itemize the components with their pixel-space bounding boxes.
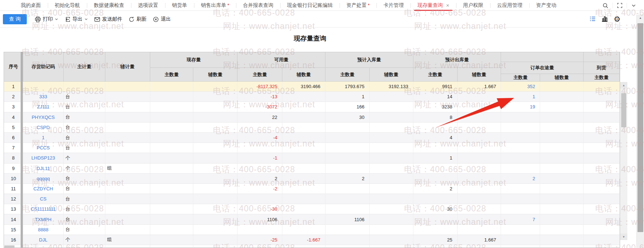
nav-tab-7[interactable]: 合并报表查询: [236, 0, 280, 11]
column-header-主数量[interactable]: 主数量: [413, 68, 458, 82]
nav-tab-11[interactable]: 现存量查询×: [411, 0, 456, 11]
column-header-主数量[interactable]: 主数量: [150, 68, 194, 82]
table-row[interactable]: 4PHYXQCS台22308: [4, 112, 620, 123]
nav-tab-12[interactable]: 用户权限: [456, 0, 490, 11]
scroll-up-icon[interactable]: ▲: [620, 82, 627, 88]
cell-item-code[interactable]: qqqqq: [23, 174, 64, 184]
cell-item-code[interactable]: 1: [23, 133, 64, 143]
table-row[interactable]: 11CZDYCH台-22: [4, 184, 620, 194]
cell-item-code[interactable]: DJL11: [23, 164, 64, 174]
table-row[interactable]: 12CS台: [4, 194, 620, 204]
cell-item-code[interactable]: CS: [23, 194, 64, 204]
toolbar-button-export[interactable]: 导出: [64, 16, 88, 22]
table-row[interactable]: 8LHDSP123个-11: [4, 153, 620, 163]
gear-icon[interactable]: ⚙: [614, 16, 620, 23]
nav-tab-label: 现金银行日记账编辑: [287, 2, 333, 9]
nav-tab-8[interactable]: 现金银行日记账编辑: [280, 0, 340, 11]
cell-item-code[interactable]: 8888: [23, 225, 64, 235]
column-header-主数量[interactable]: 主数量: [325, 68, 370, 82]
column-header-辅数量[interactable]: 辅数量: [458, 68, 501, 82]
fullscreen-icon[interactable]: [613, 3, 627, 8]
column-group-header[interactable]: 预计出库量: [413, 52, 501, 68]
table-row[interactable]: 10qqqqq台222: [4, 174, 620, 184]
cell-value[interactable]: 1: [501, 92, 540, 102]
cell-value: [370, 92, 413, 102]
table-scrollbar-thumb[interactable]: [621, 93, 626, 127]
table-row[interactable]: 16DJL个组-25-1.667251.667: [4, 235, 620, 245]
table-row[interactable]: 14TXMPH台110611067: [4, 214, 620, 224]
search-icon[interactable]: [598, 3, 613, 9]
column-group-header[interactable]: 可用量: [237, 52, 325, 68]
cell-value: [458, 102, 501, 112]
cell-item-code[interactable]: PCCS: [23, 143, 64, 153]
table-row[interactable]: 5CSPD台: [4, 123, 620, 133]
list-view-icon[interactable]: [589, 16, 596, 24]
table-row[interactable]: 61台-44: [4, 133, 620, 143]
column-header-辅数量[interactable]: 辅数量: [540, 74, 584, 82]
column-header-3[interactable]: 主计量: [64, 52, 105, 82]
cell-value: [325, 164, 370, 174]
page-scrollbar-thumb[interactable]: [637, 23, 643, 232]
table-row[interactable]: 2333台-131141: [4, 92, 620, 102]
column-header-辅数量[interactable]: 辅数量: [193, 68, 237, 82]
column-header-2[interactable]: 存货助记码: [23, 52, 64, 82]
column-group-header[interactable]: 订单在途量: [501, 62, 584, 74]
table-row[interactable]: 3ZJ111台-3072166323819: [4, 102, 620, 112]
cell-item-code[interactable]: CSPD: [23, 123, 64, 133]
close-icon[interactable]: ×: [446, 3, 449, 8]
scroll-up-icon[interactable]: ▲: [637, 15, 644, 21]
column-header-1[interactable]: 序号: [4, 52, 23, 82]
column-header-辅数量[interactable]: 辅数量: [282, 68, 325, 82]
nav-tab-3[interactable]: 数据健康检查: [87, 0, 131, 11]
nav-tab-9[interactable]: 资产处置*: [340, 0, 376, 11]
nav-tab-4[interactable]: 选项设置: [131, 0, 165, 11]
cell-value: [193, 214, 237, 224]
toolbar-button-printer[interactable]: 打印: [35, 16, 58, 22]
column-header-辅数量[interactable]: 辅数量: [370, 68, 413, 82]
table-row[interactable]: 158888台: [4, 225, 620, 235]
column-header-4[interactable]: 辅计量: [105, 52, 150, 82]
table-row[interactable]: 1-8117.3253190.4661793.6753192.13399111.…: [4, 82, 620, 92]
toolbar-button-exit[interactable]: 退出: [153, 16, 171, 22]
cell-item-code[interactable]: LHDSP123: [23, 153, 64, 163]
query-button[interactable]: 查 询: [3, 14, 27, 24]
table-row[interactable]: 9DJL11个组: [4, 164, 620, 174]
cell-item-code[interactable]: ZJ111: [23, 102, 64, 112]
nav-tab-10[interactable]: 卡片管理: [376, 0, 411, 11]
cell-value[interactable]: 352: [501, 82, 540, 92]
cell-item-code[interactable]: PHYXQCS: [23, 112, 64, 123]
cell-item-code[interactable]: CS11111111: [23, 204, 64, 214]
column-group-header[interactable]: 现存量: [150, 52, 238, 68]
cell-value: [193, 164, 237, 174]
nav-tab-1[interactable]: 我的桌面: [14, 0, 48, 11]
cell-value[interactable]: 2: [501, 174, 540, 184]
cell-value[interactable]: 19: [501, 102, 540, 112]
bar-chart-icon[interactable]: [601, 15, 608, 24]
table-row[interactable]: 7PCCS台: [4, 143, 620, 153]
nav-tab-5[interactable]: 销货单: [165, 0, 194, 11]
table-row[interactable]: 13CS11111111台-3030: [4, 204, 620, 214]
nav-tab-2[interactable]: 初始化导航: [48, 0, 87, 11]
column-header-主数量[interactable]: 主数量: [501, 74, 540, 82]
cell-value[interactable]: 7: [501, 214, 540, 224]
column-group-header[interactable]: 到货: [584, 62, 620, 74]
cell-item-code[interactable]: 333: [23, 92, 64, 102]
column-header-主数量[interactable]: 主数量: [584, 74, 620, 82]
cell-item-code[interactable]: TXMPH: [23, 214, 64, 224]
page-vertical-scrollbar[interactable]: ▲: [636, 15, 644, 248]
table-vertical-scrollbar[interactable]: ▲ ▼: [620, 82, 627, 240]
horizontal-scrollbar-thumb[interactable]: [4, 245, 14, 248]
column-header-主数量[interactable]: 主数量: [237, 68, 282, 82]
toolbar-button-mail[interactable]: 发送邮件: [94, 16, 122, 22]
toolbar-button-refresh[interactable]: 刷新: [129, 16, 147, 22]
cell-item-code[interactable]: CZDYCH: [23, 184, 64, 194]
nav-tab-13[interactable]: 云应用管理: [490, 0, 529, 11]
cell-value: [584, 194, 620, 204]
cell-item-code[interactable]: DJL: [23, 235, 64, 245]
nav-tab-14[interactable]: 资产变动: [529, 0, 563, 11]
nav-tab-6[interactable]: 销售出库单*: [194, 0, 236, 11]
column-group-header[interactable]: 预计入库量: [325, 52, 413, 68]
frozen-column-divider[interactable]: [21, 52, 23, 248]
chevron-down-icon[interactable]: [627, 3, 640, 8]
scroll-down-icon[interactable]: ▼: [620, 233, 627, 240]
